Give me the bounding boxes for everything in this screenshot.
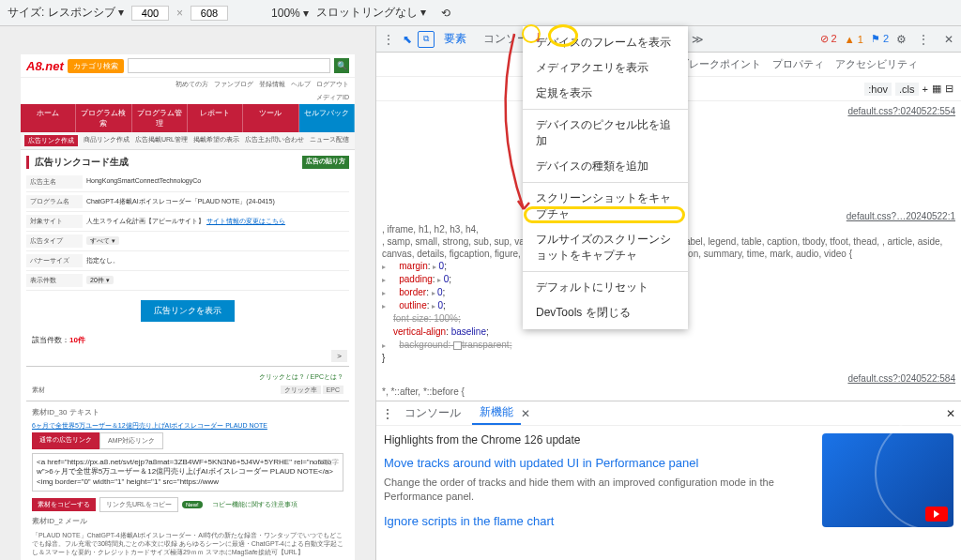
css-property[interactable]: vertical-align (393, 326, 446, 337)
copy-url-button[interactable]: リンク先URLをコピー (99, 497, 178, 512)
style-source-link[interactable]: default.css?:0240522:554 (847, 106, 955, 116)
css-value[interactable]: 0 (433, 261, 444, 271)
rotate-icon[interactable]: ⟲ (441, 7, 450, 20)
css-property[interactable]: background (399, 340, 448, 350)
css-property[interactable]: margin (399, 261, 428, 271)
css-property[interactable]: font-size (393, 313, 429, 324)
tab-home[interactable]: ホーム (21, 104, 76, 132)
hov-toggle[interactable]: :hov (864, 83, 892, 96)
tab-amp-link[interactable]: AMP対応リンク (99, 432, 163, 449)
css-value[interactable]: 0 (432, 287, 443, 297)
css-value[interactable]: 0 (437, 274, 449, 284)
whatsnew-video-thumbnail[interactable] (822, 433, 953, 527)
css-value[interactable]: transparent (462, 340, 510, 350)
subnav-item[interactable]: 広告リンク作成 (24, 135, 78, 146)
menu-close-devtools[interactable]: DevTools を閉じる (523, 300, 688, 325)
warning-count[interactable]: ▲ 1 (845, 34, 863, 45)
tab-elements[interactable]: 要素 (436, 27, 474, 51)
subnav-item[interactable]: 広告主お問い合わせ (245, 135, 304, 146)
menu-reset[interactable]: デフォルトにリセット (523, 275, 688, 300)
style-source-link[interactable]: default.css?:0240522:584 (847, 373, 955, 384)
device-toggle-icon[interactable]: ⧉ (418, 31, 435, 48)
search-icon[interactable]: 🔍 (334, 58, 349, 73)
css-value[interactable]: baseline (451, 326, 486, 337)
element-selector-icon[interactable]: ⬉ (399, 31, 416, 48)
copy-material-button[interactable]: 素材をコピーする (32, 498, 96, 511)
menu-pixel-ratio[interactable]: デバイスのピクセル比を追加 (523, 113, 688, 154)
count-select[interactable]: 20件 ▾ (86, 276, 114, 284)
search-input[interactable] (128, 58, 330, 73)
tab-selfback[interactable]: セルフバック (299, 104, 355, 132)
toplink[interactable]: ヘルプ (291, 80, 311, 89)
material-type: メール (65, 517, 87, 525)
tips-link[interactable]: クリックとは？ / EPCとは？ (26, 371, 349, 384)
whatsnew-item-title[interactable]: Ignore scripts in the flame chart (384, 514, 815, 528)
toggle-icon[interactable]: ⊟ (945, 83, 953, 95)
subnav-item[interactable]: ニュース配信 (310, 135, 349, 146)
menu-ruler[interactable]: 定規を表示 (523, 81, 688, 106)
tab-selfback-label: セルフバック (304, 109, 349, 117)
throttle-selector[interactable]: スロットリングなし ▾ (316, 5, 426, 21)
char-count: 50文字 (318, 458, 339, 466)
info-count[interactable]: ⚑ 2 (871, 33, 889, 45)
tab-report[interactable]: レポート (188, 104, 243, 132)
close-icon[interactable]: ✕ (940, 33, 957, 46)
pager-next[interactable]: > (331, 350, 347, 362)
menu-show-frame[interactable]: デバイスのフレームを表示 (523, 30, 688, 55)
css-value[interactable]: 0 (432, 300, 443, 310)
menu-icon[interactable]: ⋮ (914, 33, 933, 46)
tab-search[interactable]: プログラム検索 (76, 104, 131, 132)
howto-link[interactable]: 広告の貼り方 (302, 156, 349, 169)
computed-icon[interactable]: ▦ (932, 83, 941, 95)
subnav-item[interactable]: 掲載希望の表示 (193, 135, 239, 146)
console-kebab-icon[interactable]: ⋮ (382, 407, 393, 420)
css-property[interactable]: outline (399, 300, 426, 310)
viewport-height-input[interactable] (191, 6, 228, 21)
menu-screenshot[interactable]: スクリーンショットをキャプチャ (523, 186, 688, 227)
subtab-accessibility[interactable]: アクセシビリティ (835, 57, 918, 71)
style-source-link[interactable]: default.css?…20240522:1 (847, 211, 955, 221)
media-id-label: メディアID (316, 93, 349, 102)
subtab-properties[interactable]: プロパティ (772, 57, 824, 71)
new-badge: New! (182, 501, 203, 508)
zoom-selector[interactable]: 100% ▾ (271, 7, 309, 20)
site-change-link[interactable]: サイト情報の変更はこちら (206, 218, 285, 224)
subnav-item[interactable]: 広告掲載URL管理 (135, 135, 188, 146)
toplink[interactable]: ログアウト (316, 80, 349, 89)
category-search-button[interactable]: カテゴリ検索 (68, 59, 124, 73)
subnav-item[interactable]: 商品リンク作成 (84, 135, 130, 146)
whatsnew-item-title[interactable]: Move tracks around with updated UI in Pe… (384, 456, 815, 470)
material-desc[interactable]: 6ヶ月で全世界5万ユーザー＆12億円売り上げAIボイスレコーダー PLAUD N… (26, 419, 349, 432)
drawer-tab-console[interactable]: コンソール (397, 402, 468, 424)
error-count[interactable]: ⊘ 2 (820, 33, 837, 45)
color-swatch[interactable] (453, 341, 462, 350)
tab-more[interactable]: ≫ (684, 29, 711, 50)
menu-device-type[interactable]: デバイスの種類を追加 (523, 154, 688, 179)
toplink[interactable]: 登録情報 (259, 80, 285, 89)
code-textarea[interactable]: 50文字 <a href="https://px.a8.net/svt/ejp?… (32, 453, 343, 492)
a8-logo[interactable]: A8.net (26, 59, 64, 73)
col-click: クリック率 (281, 386, 321, 394)
tab-manage[interactable]: プログラム管理 (132, 104, 188, 132)
css-property[interactable]: border (399, 287, 426, 297)
css-property[interactable]: padding (399, 274, 433, 284)
tab-tool[interactable]: ツール (243, 104, 298, 132)
viewport-width-input[interactable] (131, 6, 169, 21)
drawer-tab-whatsnew[interactable]: 新機能 (472, 401, 521, 425)
menu-full-screenshot[interactable]: フルサイズのスクリーンショットをキャプチャ (523, 227, 688, 268)
tab-normal-link[interactable]: 通常の広告リンク (32, 432, 99, 449)
add-style-icon[interactable]: + (923, 83, 928, 95)
copy-help-link[interactable]: コピー機能に関する注意事項 (206, 499, 303, 510)
adtype-select[interactable]: すべて ▾ (86, 236, 119, 245)
menu-media-query[interactable]: メディアクエリを表示 (523, 55, 688, 81)
css-value[interactable]: 100% (434, 313, 458, 324)
toplink[interactable]: 初めての方 (175, 80, 208, 89)
generate-button[interactable]: 広告リンクを表示 (141, 300, 235, 322)
toplink[interactable]: ファンブログ (214, 80, 253, 89)
gear-icon[interactable]: ⚙ (896, 33, 907, 46)
device-viewport: A8.net カテゴリ検索 🔍 初めての方 ファンブログ 登録情報 ヘルプ ログ… (0, 26, 375, 560)
responsive-selector[interactable]: サイズ: レスポンシブ ▾ (8, 5, 124, 21)
kebab-menu-icon[interactable]: ⋮ (380, 31, 397, 48)
close-tab-icon[interactable]: ✕ (521, 407, 530, 420)
cls-toggle[interactable]: .cls (895, 83, 919, 96)
